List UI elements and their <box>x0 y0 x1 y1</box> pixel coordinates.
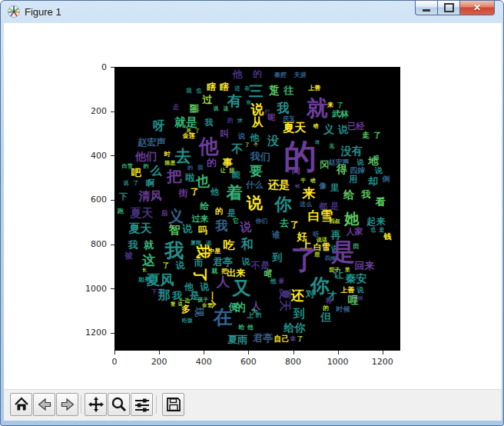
wordcloud-word: 说 <box>206 240 211 245</box>
wordcloud-word: 叫 <box>220 129 229 138</box>
title-bar[interactable]: Figure 1 ✕ <box>1 1 503 23</box>
wordcloud-word: 走 <box>172 103 179 110</box>
wordcloud-word: 金莲 <box>183 133 195 139</box>
home-button[interactable] <box>10 393 32 416</box>
x-tick-label: 1200 <box>366 357 400 367</box>
figure-window: Figure 1 ✕ 他的秦腔天涯我也瞎瞎还在三踅往上善走蹦过有张说这说打我就来… <box>0 0 504 426</box>
wordcloud-word: 到 <box>293 308 304 320</box>
wordcloud-word: 我们 <box>250 151 270 161</box>
wordcloud-word: 说 <box>214 105 219 111</box>
y-tick-mark <box>111 245 114 245</box>
x-tick-label: 1000 <box>321 357 355 367</box>
wordcloud-word: 却 <box>368 175 378 185</box>
wordcloud-word: 不 <box>231 144 243 155</box>
wordcloud-word: 地 <box>368 155 378 165</box>
wordcloud-word: 它 <box>233 218 239 225</box>
zoom-button[interactable] <box>108 393 130 416</box>
wordcloud-word: 你们 <box>256 218 268 225</box>
wordcloud-word: 而 <box>194 258 204 268</box>
wordcloud-word: 的 <box>323 305 329 311</box>
wordcloud-word: 说 <box>247 195 263 211</box>
wordcloud-word: 蟹 <box>171 301 175 306</box>
wordcloud-word: 跑 <box>117 208 123 215</box>
wordcloud-word: 那 <box>158 289 171 301</box>
x-tick-mark <box>204 351 204 354</box>
wordcloud-word: 四叔 <box>329 219 340 225</box>
wordcloud-word: 自己 <box>274 335 290 343</box>
wordcloud-word: 一边 <box>179 298 190 304</box>
wordcloud-word: 有 <box>227 94 242 108</box>
wordcloud-word: 他 <box>250 133 259 142</box>
wordcloud-word: 了 <box>245 142 250 147</box>
configure-subplots-button[interactable] <box>131 393 153 416</box>
wordcloud-word: 呢 <box>268 114 276 121</box>
wordcloud-word: 我 <box>197 165 203 170</box>
wordcloud-word: 还 <box>234 85 240 91</box>
maximize-button[interactable] <box>437 1 460 15</box>
wordcloud-word: 呀 <box>153 120 165 132</box>
toolbar-separator <box>156 395 157 414</box>
back-arrow-icon <box>37 397 52 412</box>
wordcloud-word: 里 <box>330 183 339 191</box>
wordcloud-word: 吗 <box>198 225 207 235</box>
wordcloud-word: 长 <box>142 268 147 272</box>
wordcloud-word: 给 <box>343 189 354 200</box>
wordcloud-word: 给你 <box>284 322 305 333</box>
wordcloud-word: 这 <box>142 253 155 266</box>
wordcloud-word: 三 <box>249 84 264 98</box>
wordcloud-word: 干 <box>300 178 306 183</box>
x-tick-mark <box>114 351 115 354</box>
wordcloud-word: 说 <box>375 167 383 175</box>
wordcloud-word: 我 <box>165 241 184 260</box>
close-button[interactable]: ✕ <box>459 1 495 15</box>
y-tick-label: 400 <box>79 151 107 161</box>
save-floppy-icon <box>166 397 181 412</box>
wordcloud-word: 我 <box>216 220 228 232</box>
x-tick-mark <box>293 351 294 354</box>
y-tick-label: 1000 <box>79 284 107 294</box>
wordcloud-word: 从 <box>252 116 264 128</box>
back-button[interactable] <box>33 393 55 416</box>
wordcloud-word: 义 <box>168 208 184 224</box>
wordcloud-word: 时 <box>164 151 171 158</box>
save-button[interactable] <box>162 393 184 416</box>
y-tick-mark <box>111 200 114 201</box>
wordcloud-word: 了 <box>290 220 299 228</box>
forward-button[interactable] <box>56 393 78 416</box>
wordcloud-word: 又 <box>233 279 251 298</box>
wordcloud-word: 吃饭 <box>182 318 193 324</box>
wordcloud-word: 后 <box>161 210 168 217</box>
window-controls: ✕ <box>416 1 495 15</box>
wordcloud-word: 义 <box>323 124 334 135</box>
wordcloud-word: 院子 <box>329 267 340 272</box>
matplotlib-icon <box>8 5 20 18</box>
wordcloud-word: 过 <box>202 95 212 105</box>
wordcloud-word: 来 <box>302 187 315 200</box>
toolbar-separator <box>81 395 81 414</box>
wordcloud-word: 像 <box>320 182 327 190</box>
wordcloud-word: 得 <box>337 164 347 175</box>
y-tick-mark <box>111 67 114 68</box>
wordcloud-word: 上善 <box>340 286 354 293</box>
minimize-button[interactable] <box>415 1 438 15</box>
wordcloud-word: 说 <box>356 158 363 165</box>
maximize-icon <box>444 3 454 12</box>
wordcloud-word: 拿 <box>290 336 297 342</box>
y-tick-label: 200 <box>79 106 107 116</box>
figure-canvas[interactable]: 他的秦腔天涯我也瞎瞎还在三踅往上善走蹦过有张说这说打我就来了武林呢庆玉呀就是我的… <box>4 23 502 389</box>
wordcloud-word: 现 <box>194 308 204 318</box>
wordcloud-word: 说 <box>238 133 245 140</box>
wordcloud-word: 了 <box>337 102 343 108</box>
wordcloud-word: 能 <box>232 171 240 179</box>
wordcloud-word: 她 <box>344 211 359 226</box>
y-tick-label: 0 <box>79 62 107 72</box>
x-tick-label: 600 <box>231 357 265 367</box>
wordcloud-word: 智 <box>264 268 272 277</box>
pan-button[interactable] <box>85 393 107 416</box>
wordcloud-word: 说 <box>242 257 250 265</box>
wordcloud-word: 的 <box>143 164 148 169</box>
home-icon <box>14 397 29 412</box>
wordcloud-word: 也 <box>196 88 201 94</box>
wordcloud-word: 和 <box>241 238 254 251</box>
wordcloud-word: 的 <box>235 301 246 312</box>
